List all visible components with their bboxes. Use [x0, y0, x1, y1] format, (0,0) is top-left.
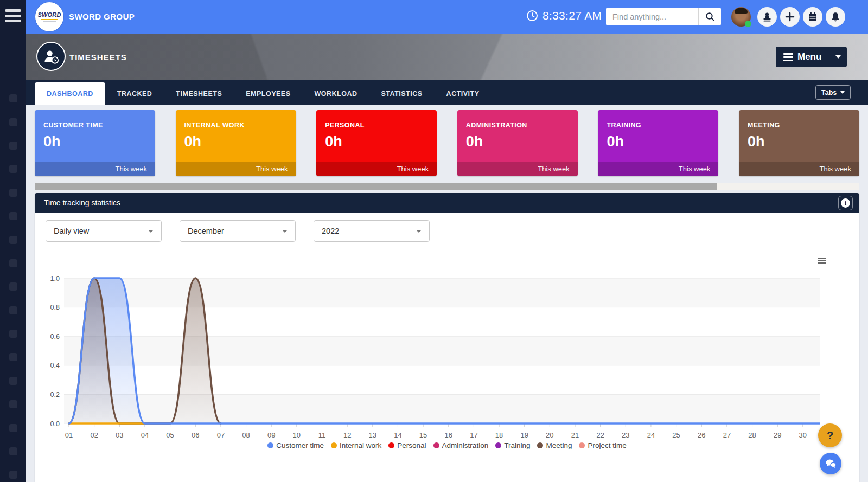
tabs-overflow-label: Tabs [821, 89, 837, 97]
notifications-button[interactable] [826, 7, 845, 27]
sidebar-item-folder[interactable] [0, 252, 26, 275]
sidebar-item-billing[interactable] [0, 181, 26, 204]
chat-button[interactable] [820, 453, 841, 474]
panel-divider [44, 250, 850, 250]
tab-employees[interactable]: EMPLOYEES [234, 82, 302, 105]
projects-icon [9, 212, 17, 220]
card-title: TRAINING [607, 121, 641, 129]
sidebar-item-cart[interactable] [0, 157, 26, 181]
search-icon [9, 306, 17, 314]
calendar-button[interactable] [803, 7, 822, 27]
cards-horizontal-scrollbar [35, 183, 859, 190]
svg-text:17: 17 [470, 431, 477, 439]
sidebar-toggle-icon[interactable] [5, 9, 21, 25]
sidebar-item-briefcase[interactable] [0, 393, 26, 416]
kpi-card-meeting: MEETING0hThis week [739, 110, 859, 176]
card-period: This week [819, 165, 851, 173]
scrollbar-thumb[interactable] [35, 183, 717, 190]
menu-button-group: Menu [776, 47, 847, 67]
sidebar-item-calendar[interactable] [0, 369, 26, 393]
svg-text:26: 26 [698, 431, 705, 439]
add-button[interactable] [780, 7, 800, 27]
card-value: 0h [607, 133, 624, 150]
left-sidebar [0, 0, 26, 482]
question-mark-icon: ? [827, 429, 833, 441]
menu-bars-icon [783, 52, 793, 63]
card-title: PERSONAL [325, 121, 365, 129]
home-icon [9, 94, 17, 102]
sidebar-item-search[interactable] [0, 299, 26, 322]
legend-item-meeting[interactable]: Meeting [537, 441, 572, 449]
tab-workload[interactable]: WORKLOAD [303, 82, 369, 105]
sidebar-item-home[interactable] [0, 87, 26, 110]
svg-text:10: 10 [293, 431, 301, 439]
stamp-icon [762, 11, 773, 22]
legend-item-training[interactable]: Training [495, 441, 530, 449]
timesheets-module-icon[interactable] [36, 42, 66, 71]
chevron-down-icon [282, 230, 288, 233]
menu-label: Menu [797, 52, 821, 62]
legend-label: Administration [442, 441, 489, 449]
search-input[interactable] [606, 8, 698, 25]
tab-activity[interactable]: ACTIVITY [435, 82, 492, 105]
search-button[interactable] [698, 8, 721, 25]
year-select[interactable]: 2022 [314, 220, 430, 242]
sidebar-item-timer[interactable] [0, 416, 26, 439]
sidebar-item-globe[interactable] [0, 134, 26, 157]
kpi-card-internal-work: INTERNAL WORK0hThis week [176, 110, 296, 176]
topbar: SWORD SWORD GROUP 8:33:27 AM [26, 0, 868, 34]
time-tracking-chart: 1.00.80.60.40.20.00102030405060708091011… [35, 255, 859, 442]
folder-icon [9, 259, 17, 267]
tab-timesheets[interactable]: TIMESHEETS [164, 82, 234, 105]
legend-item-administration[interactable]: Administration [433, 441, 489, 449]
tab-statistics[interactable]: STATISTICS [369, 82, 435, 105]
svg-text:01: 01 [65, 431, 73, 439]
info-button[interactable]: i [838, 196, 853, 210]
svg-text:0.4: 0.4 [50, 362, 60, 369]
svg-text:08: 08 [242, 431, 250, 439]
svg-text:29: 29 [774, 431, 781, 439]
legend-dot-icon [433, 442, 439, 448]
brand-name: SWORD GROUP [69, 12, 135, 21]
menu-button[interactable]: Menu [776, 47, 829, 67]
view-select[interactable]: Daily view [46, 220, 162, 242]
svg-text:13: 13 [369, 431, 376, 439]
user-avatar[interactable] [731, 7, 751, 27]
list-icon [9, 447, 17, 455]
kpi-card-customer-time: CUSTOMER TIME0hThis week [35, 110, 155, 176]
sidebar-item-projects[interactable] [0, 204, 26, 228]
stamp-button[interactable] [757, 7, 777, 27]
menu-dropdown-button[interactable] [829, 47, 847, 67]
card-title: ADMINISTRATION [466, 121, 527, 129]
tab-list: DASHBOARDTRACKEDTIMESHEETSEMPLOYEESWORKL… [35, 80, 492, 105]
page-title: TIMESHEETS [69, 53, 127, 62]
help-button[interactable]: ? [818, 423, 842, 447]
svg-text:20: 20 [546, 431, 553, 439]
legend-item-project-time[interactable]: Project time [579, 441, 626, 449]
sidebar-item-settings[interactable] [0, 463, 26, 482]
sidebar-item-team[interactable] [0, 110, 26, 133]
sword-logo[interactable]: SWORD [35, 2, 63, 31]
month-select[interactable]: December [180, 220, 296, 242]
person-clock-icon [42, 47, 60, 66]
tab-dashboard[interactable]: DASHBOARD [35, 82, 105, 105]
sidebar-item-tag[interactable] [0, 275, 26, 298]
tabs-overflow-button[interactable]: Tabs [815, 85, 851, 100]
tab-tracked[interactable]: TRACKED [105, 82, 164, 105]
kpi-card-personal: PERSONAL0hThis week [316, 110, 437, 176]
card-period: This week [679, 165, 711, 173]
legend-label: Internal work [340, 441, 381, 449]
card-period: This week [397, 165, 429, 173]
legend-item-personal[interactable]: Personal [388, 441, 426, 449]
select-value: Daily view [54, 227, 89, 235]
clock-display: 8:33:27 AM [526, 9, 602, 22]
svg-text:14: 14 [394, 431, 401, 439]
sidebar-item-chat[interactable] [0, 322, 26, 345]
svg-text:30: 30 [799, 431, 807, 439]
sidebar-item-sitemap[interactable] [0, 228, 26, 251]
sidebar-item-users[interactable] [0, 345, 26, 369]
sidebar-item-list[interactable] [0, 440, 26, 463]
legend-item-internal-work[interactable]: Internal work [331, 441, 381, 449]
card-title: MEETING [748, 121, 780, 129]
legend-item-customer-time[interactable]: Customer time [267, 441, 324, 449]
